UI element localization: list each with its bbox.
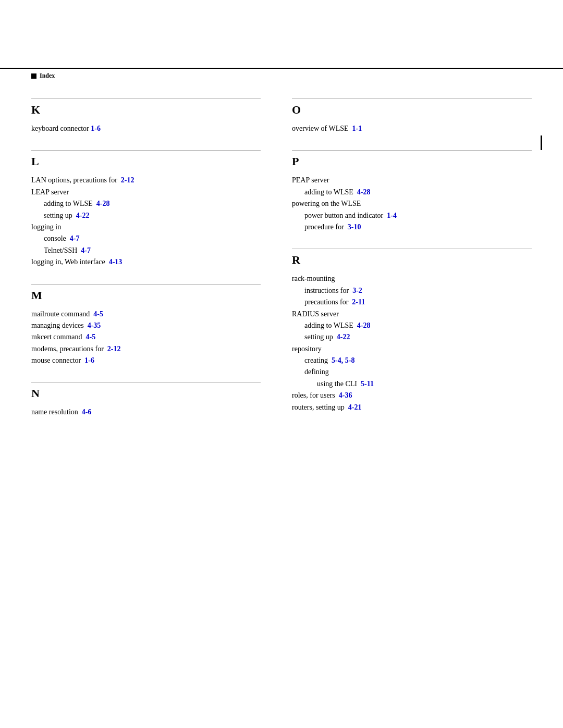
- list-item: setting up 4-22: [292, 331, 532, 343]
- entry-link[interactable]: 4-28: [357, 322, 371, 329]
- section-O-divider: [292, 98, 532, 99]
- entry-link[interactable]: 5-4, 5-8: [332, 356, 354, 364]
- list-item: powering on the WLSE: [292, 198, 532, 209]
- section-P-letter: P: [292, 155, 532, 168]
- entry-text: using the CLI: [317, 380, 361, 388]
- entry-text: modems, precautions for: [31, 345, 107, 353]
- list-item: logging in: [31, 221, 261, 233]
- list-item: power button and indicator 1-4: [292, 210, 532, 221]
- entry-text: logging in: [31, 223, 61, 231]
- entry-link[interactable]: 3-2: [352, 287, 362, 294]
- list-item: name resolution 4-6: [31, 406, 261, 418]
- right-column: O overview of WLSE 1-1 P PEAP server add…: [282, 83, 532, 424]
- entry-link[interactable]: 1-6: [84, 356, 94, 364]
- entry-link[interactable]: 4-36: [339, 391, 352, 399]
- list-item: Telnet/SSH 4-7: [31, 245, 261, 256]
- list-item: mkcert command 4-5: [31, 331, 261, 343]
- list-item: routers, setting up 4-21: [292, 402, 532, 413]
- section-M-divider: [31, 284, 261, 285]
- entry-link[interactable]: 4-22: [76, 212, 90, 219]
- section-P: P PEAP server adding to WLSE 4-28 poweri…: [292, 150, 532, 233]
- entry-text: precautions for: [304, 298, 352, 306]
- entry-text: keyboard connector: [31, 125, 91, 132]
- section-L: L LAN options, precautions for 2-12 LEAP…: [31, 150, 261, 268]
- entry-text: setting up: [304, 333, 337, 341]
- entry-text: roles, for users: [292, 391, 339, 399]
- entry-text: mkcert command: [31, 333, 86, 341]
- page: Index K keyboard connector 1-6 L LAN opt…: [0, 68, 563, 728]
- section-M: M mailroute command 4-5 managing devices…: [31, 284, 261, 367]
- list-item: creating 5-4, 5-8: [292, 355, 532, 366]
- section-N-letter: N: [31, 387, 261, 400]
- list-item: overview of WLSE 1-1: [292, 123, 532, 134]
- entry-link[interactable]: 4-7: [70, 235, 80, 242]
- entry-link[interactable]: 4-22: [337, 333, 350, 341]
- top-header-bar: Index: [0, 68, 563, 83]
- list-item: console 4-7: [31, 233, 261, 244]
- entry-text: console: [44, 235, 70, 242]
- entry-text: adding to WLSE: [304, 322, 357, 329]
- list-item: instructions for 3-2: [292, 285, 532, 297]
- right-bar-indicator: [541, 135, 542, 150]
- list-item: adding to WLSE 4-28: [292, 187, 532, 198]
- index-square-icon: [31, 73, 36, 79]
- list-item: repository: [292, 343, 532, 355]
- entry-text: PEAP server: [292, 176, 329, 184]
- list-item: PEAP server: [292, 175, 532, 186]
- list-item: mailroute command 4-5: [31, 309, 261, 320]
- entry-link[interactable]: 1-6: [91, 125, 101, 132]
- list-item: adding to WLSE 4-28: [31, 198, 261, 209]
- entry-link[interactable]: 4-13: [109, 258, 123, 266]
- entry-text: overview of WLSE: [292, 125, 352, 132]
- entry-link[interactable]: 4-6: [82, 408, 92, 416]
- entry-link[interactable]: 5-11: [361, 380, 374, 388]
- list-item: adding to WLSE 4-28: [292, 320, 532, 331]
- entry-link[interactable]: 2-11: [352, 298, 365, 306]
- section-N-divider: [31, 382, 261, 382]
- entry-link[interactable]: 1-1: [352, 125, 362, 132]
- entry-text: routers, setting up: [292, 403, 348, 411]
- entry-link[interactable]: 2-12: [107, 345, 121, 353]
- entry-text: managing devices: [31, 322, 88, 329]
- entry-link[interactable]: 4-28: [357, 188, 371, 196]
- entry-link[interactable]: 1-4: [387, 212, 397, 219]
- section-K-letter: K: [31, 103, 261, 117]
- list-item: LAN options, precautions for 2-12: [31, 175, 261, 186]
- entry-text: LEAP server: [31, 188, 69, 196]
- entry-text: defining: [304, 368, 329, 376]
- list-item: rack-mounting: [292, 273, 532, 285]
- entry-text: setting up: [44, 212, 76, 219]
- entry-link[interactable]: 4-5: [93, 310, 103, 318]
- index-text: Index: [40, 72, 55, 80]
- entry-text: power button and indicator: [304, 212, 387, 219]
- list-item: managing devices 4-35: [31, 320, 261, 331]
- main-content: K keyboard connector 1-6 L LAN options, …: [0, 83, 563, 424]
- list-item: mouse connector 1-6: [31, 355, 261, 366]
- section-O: O overview of WLSE 1-1: [292, 98, 532, 134]
- section-R: R rack-mounting instructions for 3-2 pre…: [292, 249, 532, 413]
- entry-link[interactable]: 4-28: [96, 200, 110, 207]
- section-L-divider: [31, 150, 261, 151]
- entry-link[interactable]: 2-12: [121, 176, 134, 184]
- entry-text: name resolution: [31, 408, 82, 416]
- entry-text: logging in, Web interface: [31, 258, 109, 266]
- section-R-divider: [292, 249, 532, 249]
- entry-text: adding to WLSE: [44, 200, 96, 207]
- entry-text: RADIUS server: [292, 310, 339, 318]
- list-item: logging in, Web interface 4-13: [31, 256, 261, 268]
- left-column: K keyboard connector 1-6 L LAN options, …: [31, 83, 282, 424]
- entry-link[interactable]: 4-35: [88, 322, 101, 329]
- section-M-letter: M: [31, 289, 261, 302]
- entry-text: repository: [292, 345, 322, 353]
- list-item: defining: [292, 366, 532, 378]
- entry-text: mouse connector: [31, 356, 84, 364]
- section-K: K keyboard connector 1-6: [31, 98, 261, 134]
- entry-link[interactable]: 4-5: [86, 333, 96, 341]
- list-item: RADIUS server: [292, 309, 532, 320]
- list-item: keyboard connector 1-6: [31, 123, 261, 134]
- entry-link[interactable]: 3-10: [348, 223, 361, 231]
- entry-link[interactable]: 4-7: [81, 246, 91, 254]
- list-item: procedure for 3-10: [292, 221, 532, 233]
- entry-text: creating: [304, 356, 332, 364]
- entry-link[interactable]: 4-21: [348, 403, 362, 411]
